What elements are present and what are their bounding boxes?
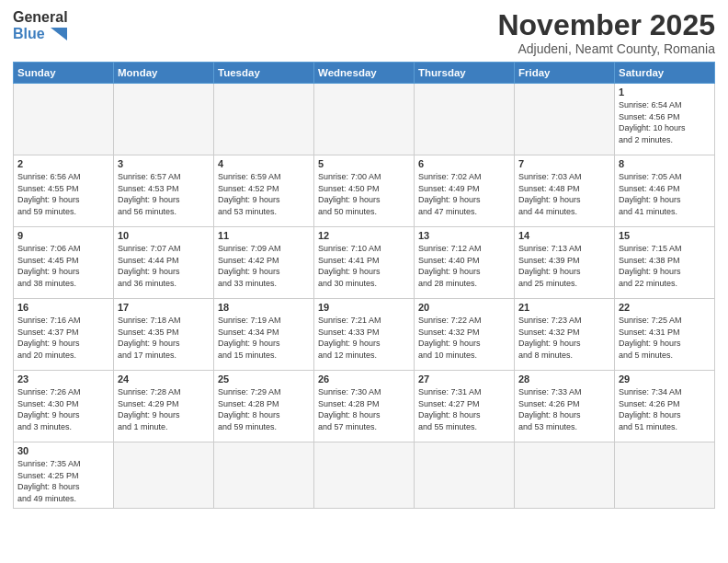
empty-cell xyxy=(214,442,314,508)
day-4: 4 Sunrise: 6:59 AMSunset: 4:52 PMDayligh… xyxy=(214,155,314,227)
logo: General Blue xyxy=(13,9,68,41)
empty-cell xyxy=(415,442,515,508)
col-saturday: Saturday xyxy=(615,63,715,84)
empty-cell xyxy=(114,442,214,508)
title-block: November 2025 Adjudeni, Neamt County, Ro… xyxy=(497,9,715,56)
day-8: 8 Sunrise: 7:05 AMSunset: 4:46 PMDayligh… xyxy=(615,155,715,227)
calendar-row-4: 16 Sunrise: 7:16 AMSunset: 4:37 PMDaylig… xyxy=(14,299,715,371)
day-28: 28 Sunrise: 7:33 AMSunset: 4:26 PMDaylig… xyxy=(515,371,615,442)
day-11: 11 Sunrise: 7:09 AMSunset: 4:42 PMDaylig… xyxy=(214,227,314,299)
day-3: 3 Sunrise: 6:57 AMSunset: 4:53 PMDayligh… xyxy=(114,155,214,227)
day-2: 2 Sunrise: 6:56 AMSunset: 4:55 PMDayligh… xyxy=(14,155,114,227)
day-24: 24 Sunrise: 7:28 AMSunset: 4:29 PMDaylig… xyxy=(114,371,214,442)
day-17: 17 Sunrise: 7:18 AMSunset: 4:35 PMDaylig… xyxy=(114,299,214,371)
calendar-row-5: 23 Sunrise: 7:26 AMSunset: 4:30 PMDaylig… xyxy=(14,371,715,442)
empty-cell xyxy=(615,442,715,508)
col-tuesday: Tuesday xyxy=(214,63,314,84)
day-22: 22 Sunrise: 7:25 AMSunset: 4:31 PMDaylig… xyxy=(615,299,715,371)
day-7: 7 Sunrise: 7:03 AMSunset: 4:48 PMDayligh… xyxy=(515,155,615,227)
day-19: 19 Sunrise: 7:21 AMSunset: 4:33 PMDaylig… xyxy=(314,299,415,371)
calendar-row-2: 2 Sunrise: 6:56 AMSunset: 4:55 PMDayligh… xyxy=(14,155,715,227)
empty-cell xyxy=(515,84,615,155)
day-15: 15 Sunrise: 7:15 AMSunset: 4:38 PMDaylig… xyxy=(615,227,715,299)
empty-cell xyxy=(14,84,114,155)
day-5: 5 Sunrise: 7:00 AMSunset: 4:50 PMDayligh… xyxy=(314,155,415,227)
svg-marker-0 xyxy=(51,28,67,40)
day-14: 14 Sunrise: 7:13 AMSunset: 4:39 PMDaylig… xyxy=(515,227,615,299)
month-title: November 2025 xyxy=(497,9,715,41)
empty-cell xyxy=(314,442,415,508)
day-21: 21 Sunrise: 7:23 AMSunset: 4:32 PMDaylig… xyxy=(515,299,615,371)
day-23: 23 Sunrise: 7:26 AMSunset: 4:30 PMDaylig… xyxy=(14,371,114,442)
empty-cell xyxy=(114,84,214,155)
col-thursday: Thursday xyxy=(415,63,515,84)
calendar-row-6: 30 Sunrise: 7:35 AMSunset: 4:25 PMDaylig… xyxy=(14,442,715,508)
logo-triangle-icon xyxy=(51,28,67,40)
empty-cell xyxy=(515,442,615,508)
day-9: 9 Sunrise: 7:06 AMSunset: 4:45 PMDayligh… xyxy=(14,227,114,299)
calendar-row-3: 9 Sunrise: 7:06 AMSunset: 4:45 PMDayligh… xyxy=(14,227,715,299)
day-27: 27 Sunrise: 7:31 AMSunset: 4:27 PMDaylig… xyxy=(415,371,515,442)
calendar-header-row: Sunday Monday Tuesday Wednesday Thursday… xyxy=(14,63,715,84)
day-10: 10 Sunrise: 7:07 AMSunset: 4:44 PMDaylig… xyxy=(114,227,214,299)
day-12: 12 Sunrise: 7:10 AMSunset: 4:41 PMDaylig… xyxy=(314,227,415,299)
col-sunday: Sunday xyxy=(14,63,114,84)
day-30: 30 Sunrise: 7:35 AMSunset: 4:25 PMDaylig… xyxy=(14,442,114,508)
page-header: General Blue November 2025 Adjudeni, Nea… xyxy=(13,9,715,56)
day-13: 13 Sunrise: 7:12 AMSunset: 4:40 PMDaylig… xyxy=(415,227,515,299)
day-6: 6 Sunrise: 7:02 AMSunset: 4:49 PMDayligh… xyxy=(415,155,515,227)
day-16: 16 Sunrise: 7:16 AMSunset: 4:37 PMDaylig… xyxy=(14,299,114,371)
col-friday: Friday xyxy=(515,63,615,84)
calendar-table: Sunday Monday Tuesday Wednesday Thursday… xyxy=(13,62,715,508)
location-subtitle: Adjudeni, Neamt County, Romania xyxy=(497,41,715,56)
day-20: 20 Sunrise: 7:22 AMSunset: 4:32 PMDaylig… xyxy=(415,299,515,371)
day-29: 29 Sunrise: 7:34 AMSunset: 4:26 PMDaylig… xyxy=(615,371,715,442)
empty-cell xyxy=(314,84,415,155)
day-25: 25 Sunrise: 7:29 AMSunset: 4:28 PMDaylig… xyxy=(214,371,314,442)
day-1: 1 Sunrise: 6:54 AMSunset: 4:56 PMDayligh… xyxy=(615,84,715,155)
empty-cell xyxy=(214,84,314,155)
calendar-row-1: 1 Sunrise: 6:54 AMSunset: 4:56 PMDayligh… xyxy=(14,84,715,155)
day-26: 26 Sunrise: 7:30 AMSunset: 4:28 PMDaylig… xyxy=(314,371,415,442)
col-monday: Monday xyxy=(114,63,214,84)
logo-text: General Blue xyxy=(13,9,68,41)
empty-cell xyxy=(415,84,515,155)
col-wednesday: Wednesday xyxy=(314,63,415,84)
day-18: 18 Sunrise: 7:19 AMSunset: 4:34 PMDaylig… xyxy=(214,299,314,371)
